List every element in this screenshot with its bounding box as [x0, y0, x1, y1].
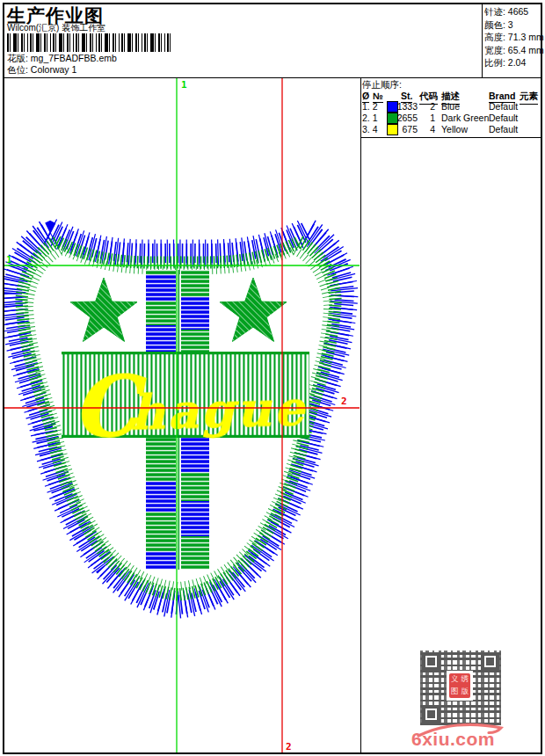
red-seal-stamp: 义 绣 图 版	[449, 673, 470, 698]
stats-divider-line	[482, 3, 483, 77]
guide-label-h1: 1	[6, 254, 12, 265]
guide-label-v2: 2	[286, 741, 292, 752]
stat-scale: 比例: 2.04	[484, 56, 544, 69]
design-barcode	[7, 33, 171, 52]
col-header-element: 元素	[520, 91, 538, 105]
studio-name: Wilcom(汇京) 装饰工作室	[7, 22, 105, 34]
qr-code: 义 绣 图 版	[420, 651, 501, 725]
color-table-bottom-line	[360, 137, 541, 138]
pattern-label: 花版:	[7, 53, 28, 63]
colorway-label: 色位:	[7, 64, 28, 75]
stat-height: 高度: 71.3 mm	[484, 31, 544, 44]
design-stats: 针迹: 4665 颜色: 3 高度: 71.3 mm 宽度: 65.4 mm 比…	[484, 5, 544, 69]
stat-colors: 颜色: 3	[484, 18, 544, 32]
colorway-value: Colorway 1	[31, 64, 77, 75]
guide-label-h2: 2	[341, 396, 347, 407]
pattern-file-row: 花版: mg_7FBADFBB.emb	[7, 53, 117, 65]
qr-finder-top-left	[422, 652, 440, 671]
qr-finder-top-right	[481, 652, 499, 671]
right-panel-divider-line	[360, 77, 361, 752]
production-worksheet: 生产作业图 Wilcom(汇京) 装饰工作室 花版: mg_7FBADFBB.e…	[0, 0, 545, 756]
stat-stitches: 针迹: 4665	[484, 5, 544, 18]
embroidery-design-canvas: C hague 1 1 2 2	[4, 78, 360, 752]
lettering-rest: hague	[129, 380, 307, 440]
stop-sequence-title: 停止顺序:	[362, 79, 402, 91]
watermark-text: 6xiu.com	[411, 729, 495, 750]
colorway-row: 色位: Colorway 1	[7, 64, 76, 76]
pattern-value: mg_7FBADFBB.emb	[31, 53, 117, 63]
guide-label-v1: 1	[181, 79, 187, 91]
stat-width: 宽度: 65.4 mm	[484, 44, 544, 57]
